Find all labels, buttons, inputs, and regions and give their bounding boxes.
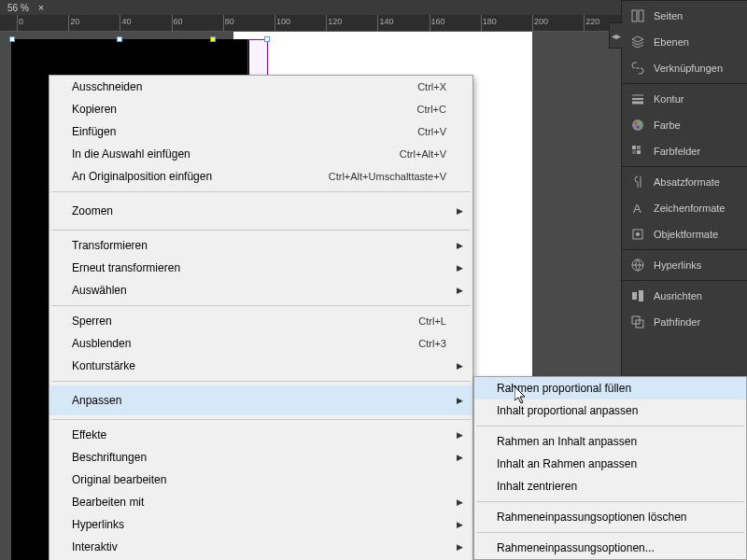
- svg-rect-12: [637, 150, 641, 154]
- submenu-arrow-icon: ▶: [457, 263, 463, 273]
- menu-item-label: In die Auswahl einfügen: [72, 147, 362, 161]
- panel-hyperlinks[interactable]: Hyperlinks: [622, 252, 747, 278]
- submenu-arrow-icon: ▶: [457, 542, 463, 552]
- menu-item[interactable]: Inhalt proportional anpassen: [474, 399, 746, 422]
- submenu-arrow-icon: ▶: [457, 241, 463, 250]
- menu-item[interactable]: EinfügenCtrl+V: [49, 120, 472, 143]
- menu-item[interactable]: Beschriftungen▶: [49, 446, 472, 469]
- panel-seiten[interactable]: Seiten: [622, 3, 747, 29]
- char-icon: A: [629, 200, 646, 217]
- menu-item[interactable]: AusschneidenCtrl+X: [49, 76, 472, 98]
- svg-rect-17: [632, 292, 637, 300]
- panel-ausrichten[interactable]: Ausrichten: [622, 283, 747, 309]
- menu-item[interactable]: Rahmen an Inhalt anpassen: [474, 430, 746, 453]
- ruler-tick: 60: [174, 17, 183, 26]
- panel-label: Objektformate: [654, 229, 718, 240]
- menu-item-shortcut: Ctrl+C: [417, 104, 446, 115]
- menu-item[interactable]: Rahmeneinpassungsoptionen...: [474, 537, 746, 559]
- menu-item[interactable]: An Originalposition einfügenCtrl+Alt+Ums…: [49, 165, 472, 188]
- menu-item[interactable]: Transformieren▶: [49, 234, 472, 257]
- panel-label: Hyperlinks: [654, 259, 701, 271]
- ruler-tick: 140: [379, 17, 393, 26]
- menu-item[interactable]: Inhalt zentrieren: [474, 475, 746, 497]
- selection-handle[interactable]: [264, 36, 270, 42]
- pages-icon: [629, 7, 646, 24]
- panel-ebenen[interactable]: Ebenen: [622, 29, 747, 55]
- selection-handle[interactable]: [9, 36, 15, 42]
- menu-item[interactable]: Effekte▶: [49, 424, 472, 446]
- ruler-tick: 40: [121, 17, 131, 26]
- svg-text:A: A: [633, 202, 641, 216]
- menu-item[interactable]: Original bearbeiten: [49, 469, 472, 491]
- panel-absatzformate[interactable]: Absatzformate: [622, 169, 747, 195]
- menu-item[interactable]: Rahmeneinpassungsoptionen löschen: [474, 506, 746, 528]
- menu-item[interactable]: KopierenCtrl+C: [49, 98, 472, 120]
- ruler-tick: 200: [534, 17, 548, 26]
- menu-item-label: Ausschneiden: [72, 80, 380, 93]
- color-icon: [629, 117, 646, 133]
- panel-label: Ebenen: [654, 36, 689, 48]
- menu-item-shortcut: Ctrl+V: [417, 126, 446, 137]
- panel-farbe[interactable]: Farbe: [622, 112, 747, 138]
- menu-item[interactable]: Inhalt an Rahmen anpassen: [474, 453, 746, 475]
- menu-separator: [51, 191, 471, 192]
- menu-item[interactable]: In die Auswahl einfügenCtrl+Alt+V: [49, 143, 472, 165]
- ruler-tick: 80: [225, 17, 234, 26]
- menu-item[interactable]: Bearbeiten mit▶: [49, 491, 472, 513]
- selection-handle[interactable]: [210, 36, 216, 42]
- menu-item-label: Sperren: [72, 315, 381, 328]
- submenu-arrow-icon: ▶: [457, 497, 463, 507]
- links-icon: [629, 60, 646, 77]
- hyper-icon: [629, 257, 646, 273]
- menu-separator: [476, 532, 744, 533]
- svg-rect-18: [639, 290, 643, 301]
- context-menu[interactable]: AusschneidenCtrl+XKopierenCtrl+CEinfügen…: [49, 75, 473, 560]
- context-submenu-anpassen[interactable]: Rahmen proportional füllenInhalt proport…: [473, 376, 747, 560]
- menu-item[interactable]: Anpassen▶: [49, 385, 472, 415]
- menu-item[interactable]: SperrenCtrl+L: [49, 310, 472, 332]
- menu-item-label: Rahmeneinpassungsoptionen...: [497, 541, 720, 554]
- menu-item-shortcut: Ctrl+Alt+V: [400, 148, 446, 160]
- menu-item-label: Rahmeneinpassungsoptionen löschen: [497, 511, 720, 524]
- menu-item-shortcut: Ctrl+3: [418, 338, 446, 349]
- menu-item[interactable]: Hyperlinks▶: [49, 513, 472, 536]
- svg-point-7: [639, 122, 641, 125]
- menu-item-label: Inhalt an Rahmen anpassen: [497, 457, 720, 470]
- menu-item[interactable]: AusblendenCtrl+3: [49, 332, 472, 355]
- panel-verknuepfungen[interactable]: Verknüpfungen: [622, 55, 747, 81]
- swatches-icon: [629, 143, 646, 160]
- svg-rect-11: [632, 150, 636, 154]
- pathf-icon: [629, 314, 646, 330]
- panel-label: Zeichenformate: [654, 203, 725, 214]
- menu-item[interactable]: Auswählen▶: [49, 279, 472, 301]
- menu-separator: [476, 501, 744, 502]
- menu-item[interactable]: Konturstärke▶: [49, 355, 472, 377]
- menu-item[interactable]: Interaktiv▶: [49, 536, 472, 558]
- menu-item-label: An Originalposition einfügen: [72, 170, 291, 183]
- svg-rect-9: [632, 146, 636, 149]
- selection-handle[interactable]: [117, 36, 122, 42]
- close-icon[interactable]: ×: [38, 2, 44, 13]
- menu-item-label: Inhalt zentrieren: [497, 480, 720, 493]
- menu-item-label: Effekte: [72, 428, 446, 441]
- submenu-arrow-icon: ▶: [457, 430, 463, 440]
- svg-point-15: [636, 232, 640, 236]
- collapse-panels-button[interactable]: ◂▸: [609, 22, 622, 49]
- panel-pathfinder[interactable]: Pathfinder: [622, 309, 747, 335]
- menu-item[interactable]: Erneut transformieren▶: [49, 257, 472, 279]
- menu-item-label: Kopieren: [72, 103, 380, 116]
- submenu-arrow-icon: ▶: [457, 453, 463, 462]
- menu-item-label: Zoomen: [72, 204, 446, 217]
- ruler-tick: 20: [70, 17, 79, 26]
- menu-separator: [51, 230, 471, 231]
- panel-zeichenformate[interactable]: AZeichenformate: [622, 195, 747, 221]
- ruler-tick: 180: [483, 17, 497, 26]
- panel-kontur[interactable]: Kontur: [622, 86, 747, 112]
- para-icon: [629, 174, 646, 190]
- ruler-tick: 0: [19, 17, 23, 26]
- menu-item[interactable]: Rahmen proportional füllen: [474, 377, 746, 399]
- panel-farbfelder[interactable]: Farbfelder: [622, 138, 747, 164]
- submenu-arrow-icon: ▶: [457, 206, 463, 216]
- menu-item[interactable]: Zoomen▶: [49, 196, 472, 226]
- panel-objektformate[interactable]: Objektformate: [622, 221, 747, 247]
